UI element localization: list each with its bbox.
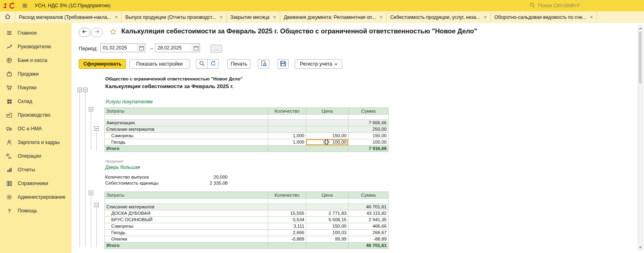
view-title: Калькуляция себестоимости за Февраль 202…: [121, 27, 477, 35]
find-button[interactable]: [196, 59, 208, 69]
report-row[interactable]: Гвоздь2,666100,03266,67: [104, 230, 389, 236]
chevron-down-icon: ▾: [335, 62, 337, 66]
sidebar-item-label: Помощь: [18, 208, 37, 214]
sidebar-item-3[interactable]: Банк и касса: [0, 53, 71, 67]
collapse-toggle[interactable]: [89, 191, 93, 195]
sidebar-item-9[interactable]: Зарплата и кадры: [0, 136, 71, 149]
svg-text:?: ?: [8, 208, 11, 214]
tab-4[interactable]: Движения документа: Регламентная оп...×: [280, 11, 387, 23]
scroll-up-icon[interactable]: [639, 27, 642, 29]
period-from-input[interactable]: [101, 45, 137, 51]
sidebar-item-5[interactable]: Покупки: [0, 81, 71, 95]
report-table-spacer-row: [104, 199, 389, 204]
tab-close-icon[interactable]: ×: [220, 14, 223, 20]
report-row[interactable]: Саморезы3,111150,00466,66: [104, 223, 389, 230]
svg-text:Кт: Кт: [8, 156, 12, 159]
home-tab[interactable]: [0, 11, 15, 23]
scroll-down-icon[interactable]: [639, 247, 642, 249]
collapse-toggle[interactable]: [94, 126, 99, 131]
refresh-button[interactable]: [207, 59, 219, 69]
collapse-toggle[interactable]: [89, 107, 93, 111]
print-preview-button[interactable]: [258, 59, 269, 69]
favorite-star-icon[interactable]: [110, 28, 117, 35]
info-row: Количество выпуска20,000: [104, 174, 638, 180]
period-from-field[interactable]: [100, 43, 145, 52]
report-row[interactable]: Итого7 916,66: [104, 146, 389, 152]
sidebar-item-6[interactable]: Склад: [0, 95, 71, 108]
admin-icon: [6, 194, 13, 201]
collapse-toggle[interactable]: [94, 203, 99, 207]
search-input[interactable]: [537, 2, 599, 9]
row-price: 100,00: [306, 139, 348, 146]
purchases-icon: [6, 84, 13, 91]
row-sum: 7 916,66: [348, 146, 389, 152]
main-menu-icon[interactable]: [22, 2, 28, 9]
row-price: 100,03: [306, 230, 348, 236]
sidebar-item-13[interactable]: Администрирование: [0, 190, 71, 204]
back-button[interactable]: [79, 28, 90, 37]
sidebar-item-8[interactable]: ОС и НМА: [0, 122, 71, 136]
report-grouping-tree: [71, 72, 104, 253]
row-sum: 150,00: [348, 133, 389, 139]
report-row[interactable]: Гвоздь1,000100,00100,00: [104, 139, 389, 146]
tab-close-icon[interactable]: ×: [379, 14, 383, 20]
tab-close-icon[interactable]: ×: [590, 14, 593, 20]
row-price: [306, 146, 348, 152]
save-icon: [280, 60, 286, 68]
sidebar-item-2[interactable]: Руководителю: [0, 40, 71, 53]
tab-close-icon[interactable]: ×: [115, 14, 118, 20]
period-more-button[interactable]: ...: [210, 45, 222, 53]
print-button[interactable]: Печать: [227, 59, 251, 69]
row-qty: 1,000: [268, 139, 306, 146]
global-search[interactable]: [529, 2, 599, 10]
forward-button[interactable]: [91, 28, 103, 37]
vertical-scrollbar[interactable]: [638, 25, 643, 251]
tab-5[interactable]: Себестоимость продукции, услуг, неза...×: [387, 11, 491, 23]
row-qty: 0,534: [268, 217, 306, 223]
find-icon: [199, 60, 205, 68]
report-row[interactable]: Итого46 701,61: [104, 243, 389, 249]
sidebar-item-4[interactable]: Продажи: [0, 67, 71, 81]
show-settings-button[interactable]: Показать настройки: [129, 59, 190, 69]
register-dropdown-button[interactable]: Регистр учета ▾: [295, 59, 342, 69]
report-row[interactable]: Списание материалов46 701,61: [104, 204, 389, 210]
calendar-icon[interactable]: [192, 44, 200, 52]
row-sum: 43 115,82: [348, 210, 389, 217]
report-row[interactable]: ДОСКА ДУБОВАЯ15,5552 771,8343 115,82: [104, 210, 389, 217]
row-name: Списание материалов: [104, 126, 268, 133]
period-to-field[interactable]: [155, 43, 200, 52]
sidebar-item-11[interactable]: Отчеты: [0, 163, 71, 177]
row-qty: 2,666: [268, 230, 306, 236]
save-button[interactable]: [277, 59, 289, 69]
tab-2[interactable]: Выпуск продукции (Отчеты производст...×: [122, 11, 226, 23]
report-row[interactable]: Списание материалов250,00: [104, 126, 389, 133]
sidebar-item-label: Банк и касса: [18, 58, 47, 63]
tab-close-icon[interactable]: ×: [484, 14, 487, 20]
report-row[interactable]: Саморезы1,000150,00150,00: [104, 133, 389, 139]
tab-1[interactable]: Расход материалов (Требования-накла...×: [15, 11, 122, 23]
tab-6[interactable]: Оборотно-сальдовая ведомость по сче...×: [491, 11, 597, 23]
scrollbar-thumb[interactable]: [639, 31, 642, 84]
search-icon: [529, 2, 535, 10]
sidebar-item-7[interactable]: Производство: [0, 108, 71, 122]
report-row[interactable]: Опилки-0,88999,99-88,89: [104, 236, 389, 243]
sidebar-item-12[interactable]: Справочники: [0, 177, 71, 190]
menu-icon: [6, 30, 13, 37]
generate-button[interactable]: Сформировать: [79, 59, 126, 69]
period-to-input[interactable]: [155, 45, 192, 51]
report-row[interactable]: Амортизация7 666,66: [104, 120, 389, 126]
row-qty: 1,000: [268, 133, 306, 139]
row-price: [306, 243, 348, 249]
tab-3[interactable]: Закрытие месяца×: [227, 11, 280, 23]
calendar-icon[interactable]: [137, 44, 145, 52]
tab-close-icon[interactable]: ×: [273, 14, 276, 20]
row-name: Гвоздь: [104, 230, 268, 236]
collapse-toggle[interactable]: [77, 88, 82, 92]
sidebar-item-14[interactable]: ?Помощь: [0, 204, 71, 218]
collapse-toggle[interactable]: [83, 88, 88, 92]
report-row[interactable]: БРУС ОСИНОВЫЙ0,5345 508,152 941,35: [104, 217, 389, 223]
sidebar-item-10[interactable]: ДтКтОперации: [0, 149, 71, 163]
row-name: ДОСКА ДУБОВАЯ: [104, 210, 268, 217]
sidebar-item-1[interactable]: Главное: [0, 26, 71, 40]
period-label: Период:: [79, 46, 98, 51]
